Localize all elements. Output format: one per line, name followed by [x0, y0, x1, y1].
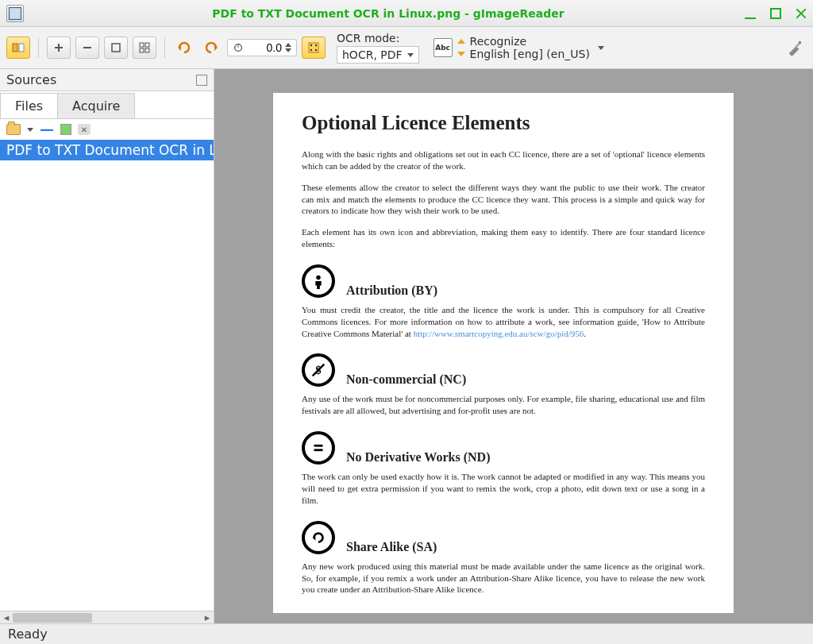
toggle-sources-button[interactable] [6, 37, 30, 59]
chevron-down-icon [407, 53, 414, 57]
autodetect-button[interactable] [302, 37, 326, 59]
doc-p3: Each element has its own icon and abbrev… [302, 226, 705, 250]
recognize-label: Recognize [470, 35, 590, 48]
svg-rect-9 [140, 48, 144, 52]
sources-tabs: Files Acquire [0, 91, 214, 119]
doc-title: Optional Licence Elements [302, 112, 705, 134]
open-dropdown[interactable] [27, 128, 33, 132]
file-list: PDF to TXT Document OCR in Li [0, 140, 214, 611]
nd-title: No Derivative Works (ND) [346, 450, 490, 465]
scrollbar-thumb[interactable] [13, 613, 92, 623]
minimize-button[interactable] [745, 8, 756, 19]
svg-rect-10 [145, 48, 149, 52]
file-list-hscrollbar[interactable]: ◂ ▸ [0, 611, 214, 623]
svg-rect-0 [10, 7, 21, 19]
preferences-button[interactable] [783, 37, 807, 59]
tab-acquire[interactable]: Acquire [57, 93, 135, 118]
zoom-original-button[interactable] [104, 37, 128, 59]
ocr-mode-value: hOCR, PDF [342, 48, 403, 61]
close-button[interactable] [796, 8, 807, 19]
recognize-arrows-icon [456, 37, 467, 58]
doc-p1: Along with the basic rights and obligati… [302, 148, 705, 172]
window-title: PDF to TXT Document OCR in Linux.png - g… [32, 7, 745, 20]
rotate-left-button[interactable] [173, 37, 195, 59]
svg-point-23 [799, 41, 802, 44]
remove-file-button[interactable]: — [40, 126, 54, 133]
svg-rect-7 [140, 43, 144, 47]
nd-text: The work can only be used exactly how it… [302, 471, 705, 507]
document-viewer[interactable]: Optional Licence Elements Along with the… [214, 69, 813, 623]
svg-point-17 [315, 44, 317, 46]
doc-p2: These elements allow the creator to sele… [302, 182, 705, 218]
recognize-button[interactable]: Recognize English [eng] (en_US) [470, 35, 590, 60]
zoom-fit-button[interactable] [133, 37, 156, 59]
rendered-page: Optional Licence Elements Along with the… [273, 93, 734, 613]
sa-text: Any new work produced using this materia… [302, 561, 705, 596]
file-item-selected[interactable]: PDF to TXT Document OCR in Li [0, 140, 214, 160]
app-icon [6, 5, 24, 22]
rotation-field[interactable] [227, 39, 297, 56]
sa-title: Share Alike (SA) [346, 540, 437, 554]
recognize-dropdown[interactable] [598, 46, 604, 50]
svg-marker-21 [457, 52, 465, 56]
recognize-lang: English [eng] (en_US) [470, 48, 590, 60]
svg-marker-20 [457, 39, 465, 44]
titlebar: PDF to TXT Document OCR in Linux.png - g… [0, 0, 813, 27]
file-toolbar: — ✕ [0, 119, 214, 140]
open-folder-button[interactable] [6, 124, 21, 135]
ocr-mode-label: OCR mode: [337, 32, 419, 44]
zoom-out-button[interactable] [75, 37, 99, 59]
svg-rect-1 [13, 44, 17, 52]
sa-icon [302, 521, 335, 554]
nc-icon: $ [302, 353, 335, 387]
by-text: You must credit the creator, the title a… [302, 304, 705, 340]
nc-text: Any use of the work must be for noncomme… [302, 393, 705, 417]
sources-title: Sources [6, 72, 196, 87]
clear-list-button[interactable] [60, 124, 71, 135]
nc-title: Non-commercial (NC) [346, 372, 466, 387]
close-file-button[interactable]: ✕ [78, 124, 91, 135]
status-bar: Ready [0, 623, 813, 644]
svg-rect-8 [145, 43, 149, 47]
sources-panel: Sources Files Acquire — ✕ PDF to TXT Doc… [0, 69, 214, 623]
by-icon [302, 264, 335, 298]
by-link[interactable]: http://www.smartcopying.edu.au/scw/go/pi… [414, 329, 584, 338]
svg-rect-2 [19, 44, 24, 52]
ocr-mode-select[interactable]: hOCR, PDF [337, 46, 419, 64]
maximize-button[interactable] [770, 8, 781, 19]
rotation-input[interactable] [247, 41, 282, 54]
rotate-right-button[interactable] [200, 37, 222, 59]
main-toolbar: OCR mode: hOCR, PDF Abc Recognize Englis… [0, 27, 813, 69]
svg-point-38 [316, 276, 321, 280]
zoom-in-button[interactable] [47, 37, 71, 59]
svg-point-19 [315, 49, 317, 51]
tab-files[interactable]: Files [0, 93, 58, 118]
svg-point-18 [310, 49, 312, 51]
status-text: Ready [8, 627, 48, 642]
panel-detach-button[interactable] [196, 75, 207, 86]
abc-icon: Abc [433, 38, 453, 57]
svg-rect-15 [309, 43, 318, 52]
rotation-spinner[interactable] [285, 43, 291, 52]
svg-point-16 [310, 44, 312, 46]
by-title: Attribution (BY) [346, 283, 437, 298]
nd-icon [302, 431, 335, 465]
svg-rect-6 [112, 44, 120, 52]
